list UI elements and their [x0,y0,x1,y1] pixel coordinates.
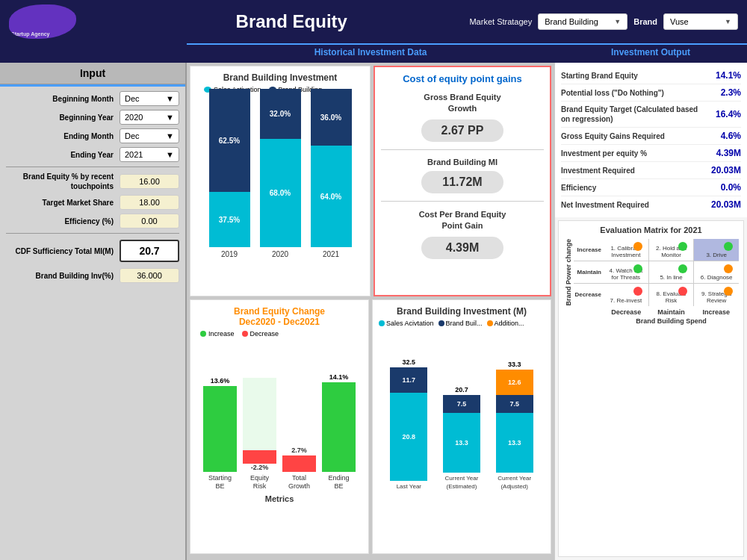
io-value-7: 0.0% [704,182,741,193]
cost-metric-2: Brand Building MI 11.72M [381,158,544,193]
io-row-6: Investment Required 20.03M [561,162,741,179]
brand-equity-value[interactable]: 16.00 [120,174,179,189]
efficiency-value[interactable]: 0.00 [120,214,179,228]
target-market-value[interactable]: 18.00 [120,195,179,210]
bec-x-label: Metrics [196,494,362,503]
market-strategy-label: Market Stratagey [469,17,532,26]
ending-month-select[interactable]: Dec ▼ [120,128,179,143]
eval-cell-2-2: 9. Strategic Review [694,284,739,305]
bbi-legend-additional: Addition... [487,320,524,327]
io-label-4: Gross Equity Gains Required [561,131,704,141]
cost-metric-1-label: Gross Brand EquityGrowth [381,92,544,115]
bb-bar-2020-top: 32.0% [260,89,301,139]
brand-label: Brand [633,17,657,26]
bbi-bar-last-year: 32.5 11.7 20.8 Last Year [390,358,427,491]
cost-metric-2-label: Brand Building MI [381,158,544,167]
io-value-2: 2.3% [704,87,741,98]
brand-value: Vuse [670,17,689,26]
center-top-row: Brand Building Investment Sales Activati… [187,63,554,298]
eval-matrix: Evaluation Matrix for 2021 Brand Power c… [558,220,744,557]
eval-y-sublabels: Increase Maintain Decrease [574,239,604,306]
io-row-5: Investment per equity % 4.39M [561,145,741,162]
cdf-label: CDF Sufficiency Total MI(M) [6,246,120,256]
investment-output-section: Starting Brand Equity 14.1% Potential lo… [555,63,747,217]
section-labels: Historical Investment Data Investment Ou… [0,43,747,63]
eval-x-label-decrease: Decrease [604,308,648,316]
ending-year-label: Ending Year [6,151,120,159]
eval-grid: 1. Calibrate Investment 2. Hold and Moni… [604,239,739,306]
brand-equity-row: Brand Equity % by recent touchpoints 16.… [6,172,179,191]
brand-building-value[interactable]: 36.000 [120,268,179,283]
io-label-3: Brand Equity Target (Calculated based on… [561,105,704,124]
bb-bar-2019-top: 62.5% [209,89,250,192]
bec-bars-area: 13.6% StartingBE -2.2% EquityRisk [196,342,362,491]
bec-bar-starting: 13.6% StartingBE [203,377,237,491]
eval-cell-1-1: 5. In line [649,261,695,283]
eval-cell-1-2: 6. Diagnose [694,261,739,283]
beginning-month-row: Beginning Month Dec ▼ [6,91,179,106]
beginning-year-value: 2020 [125,113,143,122]
bb-bar-2021: 36.0% 64.0% 2021 [311,89,352,258]
bb-bar-2021-label: 2021 [323,250,339,258]
brand-building-label: Brand Building Inv(%) [6,272,120,280]
eval-cell-1-0: 4. Watch out for Threats [604,261,649,283]
bec-legend-decrease: Decrease [242,330,279,337]
bec-title: Brand Equity Change [196,306,362,317]
io-label-7: Efficiency [561,183,704,193]
bb-bar-2019-label: 2019 [221,250,238,258]
eval-x-axis-title: Brand Building Spend [563,317,739,325]
bec-chart: Brand Equity Change Dec2020 - Dec2021 In… [190,299,369,554]
cost-metric-3: Cost Per Brand EquityPoint Gain 4.39M [381,209,544,259]
beginning-year-select[interactable]: 2020 ▼ [120,110,179,125]
output-label: Investment Output [611,47,690,57]
io-row-2: Potential loss ("Do Nothing") 2.3% [561,84,741,102]
target-market-label: Target Market Share [6,199,120,207]
bb-bar-2020-bot: 68.0% [260,139,301,247]
brand-select[interactable]: Vuse ▼ [663,13,738,30]
ending-year-select[interactable]: 2021 ▼ [120,147,179,162]
market-strategy-value: Brand Building [545,17,598,26]
io-value-1: 14.1% [704,70,741,81]
eval-cell-0-0: 1. Calibrate Investment [604,239,649,261]
main-content: Input Beginning Month Dec ▼ Beginning Ye… [0,63,747,560]
bec-subtitle: Dec2020 - Dec2021 [196,317,362,327]
bec-legend: Increase Decrease [196,330,362,337]
io-row-7: Efficiency 0.0% [561,179,741,196]
eval-matrix-title: Evaluation Matrix for 2021 [563,225,739,234]
bb-bar-2020-label: 2020 [272,250,288,258]
brand-equity-label: Brand Equity % by recent touchpoints [6,172,120,191]
bbi-bars-area: 32.5 11.7 20.8 Last Year 20.7 7.5 13.3 [379,330,545,491]
efficiency-label: Efficiency (%) [6,217,120,225]
historical-label: Historical Investment Data [314,47,427,57]
cost-metric-3-value: 4.39M [421,237,503,259]
ending-month-label: Ending Month [6,132,120,140]
bb-bar-2021-bot: 64.0% [311,146,352,247]
bec-bar-equity-risk: -2.2% EquityRisk [243,376,276,491]
left-panel: Input Beginning Month Dec ▼ Beginning Ye… [0,63,187,560]
io-label-2: Potential loss ("Do Nothing") [561,88,704,98]
cdf-value[interactable]: 20.7 [120,240,179,262]
eval-cell-0-2: 3. Drive [694,239,739,261]
cost-metric-2-value: 11.72M [421,171,503,193]
io-row-3: Brand Equity Target (Calculated based on… [561,102,741,128]
bb-investment-chart: Brand Building Investment Sales Activati… [190,66,371,296]
market-strategy-chevron: ▼ [614,18,621,25]
bbi-bar-current-adj: 33.3 12.6 7.5 13.3 Current Year(Adjusted… [496,361,533,491]
brand-building-row: Brand Building Inv(%) 36.000 [6,268,179,283]
io-value-3: 16.4% [704,109,741,119]
bbi-legend: Sales Acivtation Brand Buil... Addition.… [379,320,545,327]
logo-area: Startup Agency [9,4,114,39]
bb-bar-2019: 62.5% 37.5% 2019 [209,89,250,258]
market-strategy-select[interactable]: Brand Building ▼ [538,13,627,30]
io-value-4: 4.6% [704,131,741,141]
eval-x-label-maintain: Maintain [648,308,693,316]
bbi-legend-brand: Brand Buil... [438,320,483,327]
input-header: Input [0,63,185,84]
beginning-month-select[interactable]: Dec ▼ [120,91,179,106]
cost-metric-1: Gross Brand EquityGrowth 2.67 PP [381,92,544,142]
bb-bars-container: 62.5% 37.5% 2019 32.0% 68.0% 2020 [196,98,364,258]
io-row-4: Gross Equity Gains Required 4.6% [561,128,741,145]
beginning-month-label: Beginning Month [6,95,120,103]
eval-cell-2-1: 8. Evaluate Risk [649,284,695,305]
bbi-legend-sales: Sales Acivtation [379,320,434,327]
